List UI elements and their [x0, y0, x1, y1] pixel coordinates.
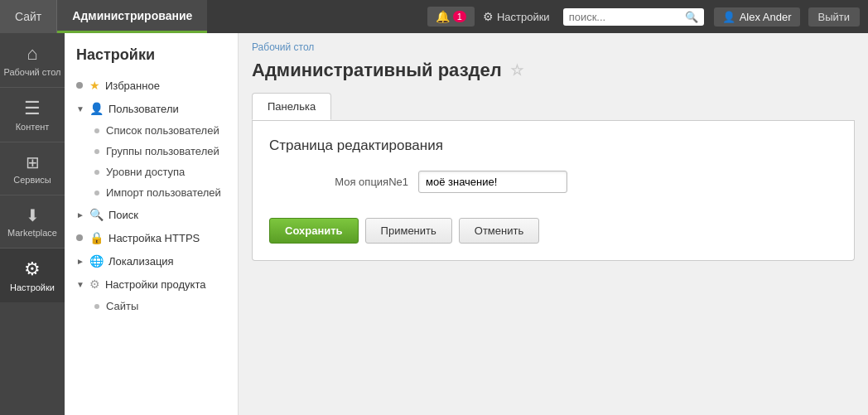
site-button[interactable]: Сайт: [0, 0, 57, 33]
search-input[interactable]: [569, 11, 685, 23]
menu-item-label: Локализация: [108, 255, 174, 268]
menu-item-label: Пользователи: [108, 103, 179, 115]
menu-item-favorites[interactable]: ★ Избранное: [65, 74, 238, 97]
menu-sub-item-sites[interactable]: Сайты: [65, 296, 238, 316]
tab-panel[interactable]: Панелька: [252, 93, 331, 120]
arrow-down-icon: ▼: [76, 280, 84, 289]
main-layout: ⌂ Рабочий стол ☰ Контент ⊞ Сервисы ⬇ Mar…: [0, 33, 868, 415]
gear-nav-icon: ⚙: [483, 10, 494, 23]
favorite-star-button[interactable]: ☆: [510, 61, 523, 80]
menu-sub-item-label: Уровни доступа: [106, 166, 185, 178]
menu-item-https[interactable]: 🔒 Настройка HTTPS: [65, 226, 238, 249]
globe-icon: 🌐: [89, 254, 104, 268]
settings-nav-button[interactable]: ⚙ Настройки: [483, 10, 550, 23]
menu-sub-item-label: Сайты: [106, 300, 138, 312]
menu-sub-item-label: Группы пользователей: [106, 145, 219, 157]
notifications-button[interactable]: 🔔 1: [427, 7, 475, 27]
page-title-text: Административный раздел: [252, 60, 502, 81]
top-navbar: Сайт Администрирование 🔔 1 ⚙ Настройки 🔍…: [0, 0, 868, 33]
apply-button[interactable]: Применить: [365, 218, 452, 244]
settings-icon: ⚙: [24, 258, 41, 280]
menu-item-label: Настройка HTTPS: [108, 232, 200, 244]
menu-item-search[interactable]: ► 🔍 Поиск: [65, 203, 238, 226]
menu-item-users[interactable]: ▼ 👤 Пользователи: [65, 97, 238, 120]
page-title: Административный раздел ☆: [252, 60, 855, 81]
form-input-my-option[interactable]: [418, 171, 567, 193]
menu-sub-item-users-list[interactable]: Список пользователей: [65, 120, 238, 141]
bullet-icon: [76, 234, 83, 241]
arrow-right-icon: ►: [76, 210, 84, 220]
sidebar-item-marketplace[interactable]: ⬇ Marketplace: [0, 195, 65, 249]
services-icon: ⊞: [26, 152, 40, 172]
search-box: 🔍: [563, 8, 704, 26]
user-button[interactable]: 👤 Alex Ander: [714, 7, 800, 27]
sidebar-item-settings[interactable]: ⚙ Настройки: [0, 249, 65, 302]
star-icon: ★: [89, 79, 100, 92]
content-area: Рабочий стол Административный раздел ☆ П…: [239, 33, 868, 415]
notifications-badge: 1: [453, 11, 466, 22]
sidebar-item-content[interactable]: ☰ Контент: [0, 88, 65, 142]
arrow-down-icon: ▼: [76, 104, 84, 113]
bullet-icon: [94, 170, 99, 175]
form-row: Моя опцияNe1: [269, 171, 837, 193]
search-icon: 🔍: [685, 11, 698, 23]
menu-item-label: Настройки продукта: [105, 278, 206, 291]
form-label: Моя опцияNe1: [269, 176, 418, 188]
breadcrumb[interactable]: Рабочий стол: [252, 41, 855, 53]
panel-section-title: Страница редактирования: [269, 138, 837, 154]
logout-button[interactable]: Выйти: [808, 7, 861, 27]
search-menu-icon: 🔍: [89, 208, 104, 221]
user-icon: 👤: [722, 11, 735, 23]
lock-icon: 🔒: [89, 231, 104, 244]
content-icon: ☰: [24, 98, 41, 119]
cancel-button[interactable]: Отменить: [459, 218, 539, 244]
user-menu-icon: 👤: [89, 102, 104, 115]
menu-sub-item-label: Список пользователей: [106, 124, 219, 137]
gear-menu-icon: ⚙: [89, 277, 100, 291]
menu-sub-item-import-users[interactable]: Импорт пользователей: [65, 182, 238, 203]
bell-icon: 🔔: [436, 10, 450, 23]
menu-sub-item-user-groups[interactable]: Группы пользователей: [65, 141, 238, 162]
sidebar-item-label: Контент: [16, 122, 50, 132]
save-button[interactable]: Сохранить: [269, 218, 359, 244]
panel-content: Страница редактирования Моя опцияNe1 Сох…: [252, 121, 855, 261]
sidebar-item-dashboard[interactable]: ⌂ Рабочий стол: [0, 33, 65, 88]
sidebar-menu-title: Настройки: [65, 41, 238, 74]
menu-sub-item-access-levels[interactable]: Уровни доступа: [65, 162, 238, 182]
sidebar-item-label: Marketplace: [7, 228, 57, 238]
menu-sub-item-label: Импорт пользователей: [106, 186, 221, 199]
arrow-right-icon: ►: [76, 257, 84, 266]
action-row: Сохранить Применить Отменить: [269, 210, 837, 244]
menu-item-label: Поиск: [108, 209, 138, 221]
bullet-icon: [94, 304, 99, 309]
admin-button[interactable]: Администрирование: [57, 0, 207, 33]
sidebar-menu: Настройки ★ Избранное ▼ 👤 Пользователи С…: [65, 33, 239, 415]
settings-nav-label: Настройки: [497, 11, 550, 23]
marketplace-icon: ⬇: [26, 205, 40, 225]
bullet-icon: [76, 82, 83, 89]
bullet-icon: [94, 149, 99, 154]
sidebar-item-label: Настройки: [10, 282, 55, 292]
menu-item-localization[interactable]: ► 🌐 Локализация: [65, 249, 238, 273]
bullet-icon: [94, 191, 99, 195]
menu-item-product-settings[interactable]: ▼ ⚙ Настройки продукта: [65, 273, 238, 296]
user-label: Alex Ander: [740, 11, 792, 23]
sidebar-item-label: Рабочий стол: [3, 67, 60, 77]
tabs: Панелька: [252, 93, 855, 121]
menu-item-label: Избранное: [105, 80, 160, 92]
sidebar-item-label: Сервисы: [13, 175, 51, 185]
home-icon: ⌂: [27, 43, 37, 65]
sidebar-icons: ⌂ Рабочий стол ☰ Контент ⊞ Сервисы ⬇ Mar…: [0, 33, 65, 415]
sidebar-item-services[interactable]: ⊞ Сервисы: [0, 142, 65, 195]
bullet-icon: [94, 128, 99, 133]
